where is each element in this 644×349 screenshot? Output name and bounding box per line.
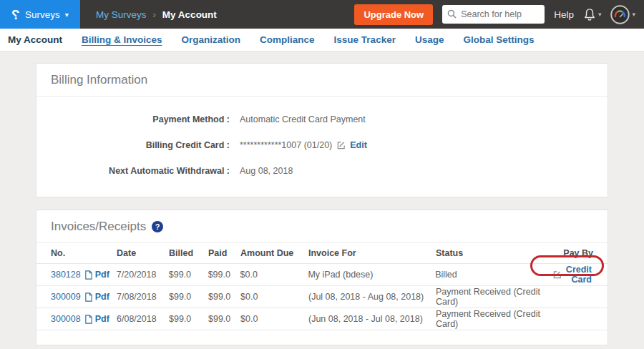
invoice-status: Payment Received (Credit Card) xyxy=(436,287,552,307)
billing-credit-card-row: Billing Credit Card : ************1007 (… xyxy=(36,132,608,158)
tab-issue-tracker[interactable]: Issue Tracker xyxy=(334,34,396,45)
col-header-date: Date xyxy=(117,248,169,258)
col-header-paid: Paid xyxy=(208,248,240,258)
avatar xyxy=(610,5,630,24)
pdf-download-link[interactable]: Pdf xyxy=(84,314,109,324)
billing-card-header: Billing Information xyxy=(36,64,608,97)
invoices-card-title: Invoices/Receipts xyxy=(51,220,146,234)
col-header-no: No. xyxy=(51,248,117,258)
chevron-down-icon: ▾ xyxy=(65,11,69,19)
billing-information-card: Billing Information Payment Method : Aut… xyxy=(36,63,608,197)
invoice-row-380128: 380128 Pdf 7/20/2018 $99.0 $99.0 $0.0 My… xyxy=(36,264,608,286)
tab-my-account[interactable]: My Account xyxy=(8,34,62,45)
invoice-paid: $99.0 xyxy=(208,292,240,302)
pdf-download-link[interactable]: Pdf xyxy=(84,292,109,302)
invoice-amount-due: $0.0 xyxy=(240,270,308,280)
pdf-file-icon xyxy=(84,270,93,280)
col-header-status: Status xyxy=(436,248,552,258)
invoice-billed: $99.0 xyxy=(169,314,208,324)
masked-card-number: ************1007 (01/20) xyxy=(240,140,332,150)
next-withdrawal-row: Next Automatic Withdrawal : Aug 08, 2018 xyxy=(36,158,608,184)
payment-method-label: Payment Method : xyxy=(36,114,230,124)
account-nav-tabs: My Account Billing & Invoices Organizati… xyxy=(0,29,644,51)
questionpro-logo-icon: ? xyxy=(11,8,20,21)
product-label: Surveys xyxy=(25,9,60,20)
pay-by-credit-card-link[interactable]: Credit Card xyxy=(566,265,592,285)
invoices-receipts-card: Invoices/Receipts ? No. Date Billed Paid… xyxy=(36,210,608,345)
help-link[interactable]: Help xyxy=(554,9,574,20)
invoice-paid: $99.0 xyxy=(208,270,240,280)
breadcrumb-my-account: My Account xyxy=(162,9,217,20)
header-actions: Upgrade Now Help ▾ ▾ xyxy=(354,4,644,25)
chevron-down-icon: ▾ xyxy=(598,11,602,18)
invoice-date: 7/20/2018 xyxy=(117,270,169,280)
next-withdrawal-value: Aug 08, 2018 xyxy=(240,166,293,176)
invoice-number-link[interactable]: 380128 xyxy=(51,270,81,280)
invoices-card-header: Invoices/Receipts ? xyxy=(36,210,608,243)
breadcrumb: My Surveys › My Account xyxy=(96,9,217,20)
invoice-date: 7/08/2018 xyxy=(117,292,169,302)
next-withdrawal-label: Next Automatic Withdrawal : xyxy=(36,166,230,176)
invoice-row-300009: 300009 Pdf 7/08/2018 $99.0 $99.0 $0.0 (J… xyxy=(36,286,608,308)
account-menu[interactable]: ▾ xyxy=(610,5,635,24)
breadcrumb-separator-icon: › xyxy=(153,9,156,20)
col-header-amount-due: Amount Due xyxy=(240,248,308,258)
pdf-download-link[interactable]: Pdf xyxy=(84,270,109,280)
edit-pencil-icon[interactable] xyxy=(336,141,346,150)
invoice-number-link[interactable]: 300008 xyxy=(51,314,81,324)
tab-organization[interactable]: Organization xyxy=(182,34,241,45)
billing-details: Payment Method : Automatic Credit Card P… xyxy=(36,97,608,197)
product-switcher[interactable]: ? Surveys ▾ xyxy=(0,0,80,29)
chevron-down-icon: ▾ xyxy=(632,11,635,18)
edit-pencil-icon xyxy=(552,270,562,280)
help-question-icon[interactable]: ? xyxy=(152,221,163,232)
invoice-for: My iPad (bdese) xyxy=(308,270,435,280)
search-input[interactable] xyxy=(442,5,545,24)
invoice-for: (Jul 08, 2018 - Aug 08, 2018) xyxy=(308,292,436,302)
col-header-invoice-for: Invoice For xyxy=(308,248,436,258)
billing-credit-card-label: Billing Credit Card : xyxy=(36,140,230,150)
breadcrumb-my-surveys[interactable]: My Surveys xyxy=(96,9,147,20)
upgrade-now-button[interactable]: Upgrade Now xyxy=(354,4,433,25)
invoice-date: 6/08/2018 xyxy=(117,314,169,324)
invoice-for: (Jun 08, 2018 - Jul 08, 2018) xyxy=(308,314,436,324)
col-header-pay-by: Pay By xyxy=(552,248,593,258)
edit-card-link[interactable]: Edit xyxy=(350,140,367,150)
invoice-billed: $99.0 xyxy=(169,292,208,302)
search-icon xyxy=(447,9,457,21)
payment-method-value: Automatic Credit Card Payment xyxy=(240,114,366,124)
tab-compliance[interactable]: Compliance xyxy=(260,34,315,45)
invoice-paid: $99.0 xyxy=(208,314,240,324)
bell-icon xyxy=(583,8,596,21)
pdf-file-icon xyxy=(84,315,93,324)
invoice-row-300008: 300008 Pdf 6/08/2018 $99.0 $99.0 $0.0 (J… xyxy=(36,308,608,330)
invoice-pay-by-cell: Credit Card xyxy=(551,265,593,285)
pdf-file-icon xyxy=(84,293,93,302)
invoice-status: Billed xyxy=(435,270,551,280)
invoice-amount-due: $0.0 xyxy=(240,292,308,302)
tab-usage[interactable]: Usage xyxy=(415,34,444,45)
invoice-billed: $99.0 xyxy=(169,270,208,280)
invoice-status: Payment Received (Credit Card) xyxy=(436,309,552,329)
help-search xyxy=(442,5,545,24)
invoices-table-header: No. Date Billed Paid Amount Due Invoice … xyxy=(36,243,608,264)
invoice-amount-due: $0.0 xyxy=(240,314,308,324)
tab-global-settings[interactable]: Global Settings xyxy=(463,34,534,45)
notifications-menu[interactable]: ▾ xyxy=(583,8,602,21)
billing-card-title: Billing Information xyxy=(51,73,147,87)
tab-billing-invoices[interactable]: Billing & Invoices xyxy=(82,34,162,45)
invoice-number-link[interactable]: 300009 xyxy=(51,292,81,302)
billing-credit-card-value: ************1007 (01/20) Edit xyxy=(240,140,367,150)
top-header-bar: ? Surveys ▾ My Surveys › My Account Upgr… xyxy=(0,0,644,29)
col-header-billed: Billed xyxy=(169,248,208,258)
invoices-table: No. Date Billed Paid Amount Due Invoice … xyxy=(36,243,608,345)
payment-method-row: Payment Method : Automatic Credit Card P… xyxy=(36,107,608,132)
main-content: Billing Information Payment Method : Aut… xyxy=(0,51,644,345)
